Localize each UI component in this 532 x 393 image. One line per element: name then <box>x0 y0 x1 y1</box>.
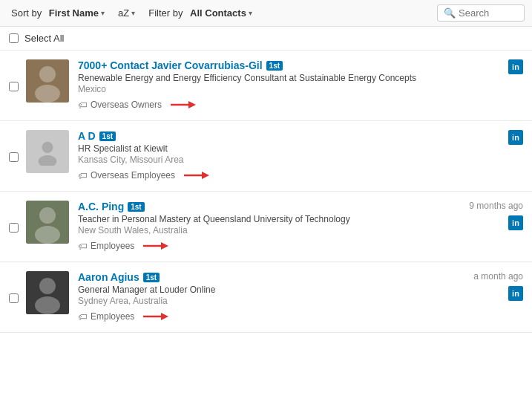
search-box: 🔍 <box>437 4 525 22</box>
contact-checkbox-1[interactable] <box>9 152 19 164</box>
svg-marker-13 <box>161 242 168 250</box>
sort-button[interactable]: Sort by First Name ▾ <box>7 5 108 21</box>
filter-button[interactable]: Filter by All Contacts ▾ <box>145 5 256 21</box>
tag-row: 🏷 Employees <box>78 239 449 253</box>
contact-checkbox-3[interactable] <box>9 293 19 305</box>
contact-avatar-3 <box>26 271 69 314</box>
sort-direction-button[interactable]: aZ ▾ <box>114 5 139 21</box>
contact-name-row: Aaron Agius 1st <box>78 271 449 283</box>
select-all-label: Select All <box>24 33 64 44</box>
tag-label[interactable]: Employees <box>91 241 134 251</box>
svg-marker-18 <box>161 313 168 320</box>
contact-name-row: A.C. Ping 1st <box>78 201 449 212</box>
contact-title: Renewable Energy and Energy Efficiency C… <box>78 73 449 83</box>
svg-point-10 <box>39 207 56 224</box>
contact-name-row: 7000+ Contact Javier Covarrubias-Gil 1st <box>78 59 449 71</box>
filter-label: Filter by <box>148 7 183 19</box>
svg-point-16 <box>35 296 60 314</box>
contact-list: 7000+ Contact Javier Covarrubias-Gil 1st… <box>0 51 532 333</box>
contact-info-0: 7000+ Contact Javier Covarrubias-Gil 1st… <box>78 59 449 111</box>
linkedin-icon[interactable]: in <box>508 130 523 145</box>
contact-title: General Manager at Louder Online <box>78 285 449 295</box>
filter-chevron-icon: ▾ <box>249 9 252 17</box>
linkedin-icon[interactable]: in <box>508 215 523 230</box>
degree-badge: 1st <box>99 131 116 141</box>
contact-location: Mexico <box>78 84 449 94</box>
svg-point-1 <box>39 66 56 82</box>
contact-checkbox-0[interactable] <box>9 82 19 94</box>
search-icon: 🔍 <box>444 7 456 19</box>
sort-direction: aZ <box>118 7 129 19</box>
arrow-indicator <box>183 169 209 182</box>
contact-select-3[interactable] <box>9 293 19 303</box>
contact-name-link[interactable]: Aaron Agius <box>78 271 139 283</box>
contact-item: Aaron Agius 1st General Manager at Loude… <box>0 262 532 333</box>
degree-badge: 1st <box>266 61 283 71</box>
degree-badge: 1st <box>128 202 144 212</box>
contact-name-link[interactable]: 7000+ Contact Javier Covarrubias-Gil <box>78 59 263 71</box>
contact-info-1: A D 1st HR Specialist at Kiewit Kansas C… <box>78 130 449 182</box>
linkedin-icon[interactable]: in <box>508 286 523 301</box>
arrow-indicator <box>169 98 196 111</box>
contact-name-link[interactable]: A.C. Ping <box>78 201 124 212</box>
contact-select-2[interactable] <box>9 223 19 233</box>
arrow-indicator <box>142 239 168 253</box>
svg-point-11 <box>35 226 60 244</box>
contact-location: Kansas City, Missouri Area <box>78 155 449 165</box>
tag-icon: 🏷 <box>78 170 88 181</box>
svg-point-5 <box>42 142 53 153</box>
tag-icon: 🏷 <box>78 311 88 322</box>
arrow-indicator <box>142 310 168 323</box>
contact-avatar-0 <box>26 59 69 103</box>
svg-point-15 <box>39 278 56 294</box>
tag-label[interactable]: Employees <box>91 311 134 322</box>
contact-item: A.C. Ping 1st Teacher in Personal Master… <box>0 192 532 262</box>
linkedin-icon[interactable]: in <box>508 59 523 74</box>
svg-marker-8 <box>202 172 209 179</box>
search-input[interactable] <box>459 7 518 19</box>
contact-item: A D 1st HR Specialist at Kiewit Kansas C… <box>0 121 532 192</box>
tag-row: 🏷 Employees <box>78 310 449 323</box>
contact-name-row: A D 1st <box>78 130 449 142</box>
contact-location: Sydney Area, Australia <box>78 296 449 306</box>
tag-row: 🏷 Overseas Employees <box>78 169 449 182</box>
contact-info-2: A.C. Ping 1st Teacher in Personal Master… <box>78 201 449 253</box>
contact-avatar-1 <box>26 130 69 173</box>
contact-select-1[interactable] <box>9 152 19 162</box>
svg-marker-4 <box>188 101 196 108</box>
contact-right-3: a month ago in <box>449 271 523 301</box>
contact-title: Teacher in Personal Mastery at Queenslan… <box>78 214 449 224</box>
select-all-checkbox[interactable] <box>9 33 19 43</box>
svg-point-6 <box>39 155 57 166</box>
toolbar: Sort by First Name ▾ aZ ▾ Filter by All … <box>0 0 532 27</box>
time-ago: a month ago <box>473 271 523 282</box>
select-all-row: Select All <box>0 27 532 51</box>
sort-chevron-icon: ▾ <box>101 9 105 17</box>
sort-field: First Name <box>49 7 99 19</box>
contact-location: New South Wales, Australia <box>78 225 449 236</box>
contact-title: HR Specialist at Kiewit <box>78 143 449 154</box>
contact-right-0: in <box>449 59 523 74</box>
contact-right-2: 9 months ago in <box>449 201 523 230</box>
tag-icon: 🏷 <box>78 100 88 111</box>
contact-checkbox-2[interactable] <box>9 223 19 235</box>
tag-label[interactable]: Overseas Owners <box>91 100 162 110</box>
contact-right-1: in <box>449 130 523 145</box>
svg-point-2 <box>35 85 60 103</box>
degree-badge: 1st <box>143 273 160 282</box>
tag-icon: 🏷 <box>78 241 88 252</box>
tag-row: 🏷 Overseas Owners <box>78 98 449 111</box>
sort-dir-chevron-icon: ▾ <box>131 9 135 17</box>
contact-avatar-2 <box>26 201 69 244</box>
contact-item: 7000+ Contact Javier Covarrubias-Gil 1st… <box>0 51 532 121</box>
contact-name-link[interactable]: A D <box>78 130 96 142</box>
filter-value: All Contacts <box>190 7 246 19</box>
sort-label: Sort by <box>11 7 42 19</box>
contact-select-0[interactable] <box>9 82 19 91</box>
contact-info-3: Aaron Agius 1st General Manager at Loude… <box>78 271 449 323</box>
time-ago: 9 months ago <box>469 201 523 211</box>
tag-label[interactable]: Overseas Employees <box>91 170 175 181</box>
